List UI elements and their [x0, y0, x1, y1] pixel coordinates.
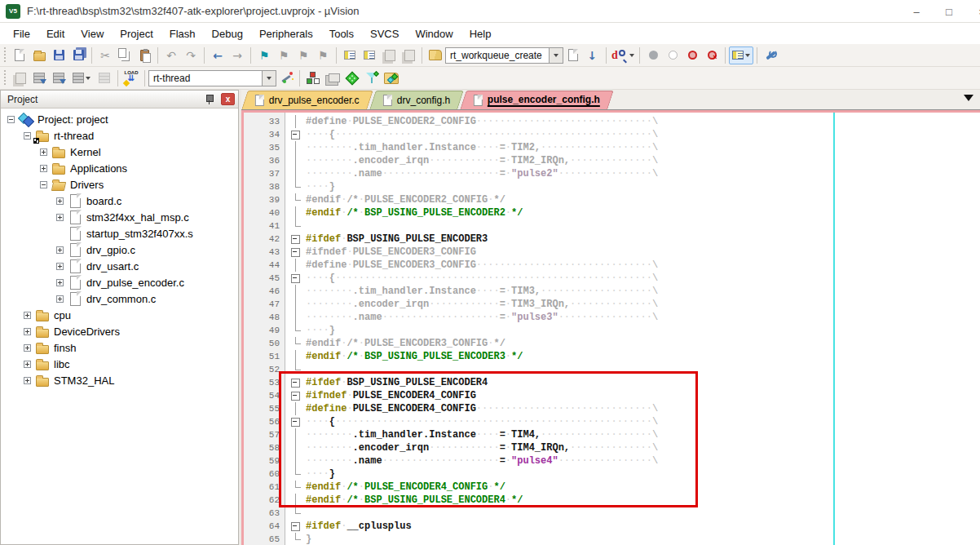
cut-button[interactable]: ✂ — [95, 46, 115, 65]
menu-project[interactable]: Project — [112, 24, 161, 43]
code-line[interactable]: 47········.encoder_irqn············=·TIM… — [244, 298, 980, 311]
line-number[interactable]: 51 — [244, 352, 286, 361]
tab-drv-config-h[interactable]: drv_config.h — [369, 91, 464, 109]
translate-button[interactable] — [10, 69, 29, 88]
tree-item-rt-thread[interactable]: rt-thread — [1, 127, 238, 144]
target-dropdown-button[interactable] — [263, 70, 276, 86]
tree-item-board-c[interactable]: board.c — [1, 193, 238, 209]
code-line[interactable]: 40#endif·/*·BSP_USING_PULSE_ENCODER2·*/ — [244, 206, 980, 219]
line-number[interactable]: 33 — [244, 117, 286, 126]
tree-item-drv-usart-c[interactable]: drv_usart.c — [1, 258, 238, 274]
tree-item-drv-gpio-c[interactable]: drv_gpio.c — [1, 241, 238, 258]
document-list-button[interactable] — [964, 95, 973, 101]
menu-flash[interactable]: Flash — [161, 24, 204, 43]
find-in-files-button[interactable] — [426, 46, 445, 65]
line-number[interactable]: 49 — [244, 326, 286, 335]
code-line[interactable]: 45····{·································… — [244, 272, 980, 285]
line-number[interactable]: 47 — [244, 299, 286, 309]
menu-file[interactable]: File — [5, 24, 38, 43]
expander-plus-icon[interactable] — [56, 197, 64, 205]
clear-bookmarks-button[interactable]: ⚑ — [313, 46, 333, 65]
menu-window[interactable]: Window — [407, 24, 461, 43]
expander-plus-icon[interactable] — [56, 263, 64, 270]
expander-minus-icon[interactable] — [24, 132, 31, 140]
undo-button[interactable]: ↶ — [161, 46, 181, 65]
toolbar-grip[interactable] — [2, 70, 7, 86]
tree-item-kernel[interactable]: Kernel — [1, 144, 238, 160]
file-extensions-button[interactable] — [323, 69, 342, 88]
copy-button[interactable] — [115, 46, 135, 65]
line-number[interactable]: 48 — [244, 312, 286, 322]
code-line[interactable]: 48········.name····················=·"pu… — [244, 311, 980, 324]
target-select[interactable]: rt-thread — [148, 70, 263, 86]
options-for-target-button[interactable] — [276, 69, 296, 88]
comment-button[interactable] — [379, 46, 399, 65]
tree-item-drivers[interactable]: Drivers — [1, 176, 238, 193]
menu-peripherals[interactable]: Peripherals — [251, 24, 321, 43]
build-button[interactable] — [29, 69, 49, 88]
expander-plus-icon[interactable] — [40, 148, 47, 156]
code-line[interactable]: 37········.name····················=·"pu… — [244, 167, 980, 180]
insert-breakpoint-button[interactable] — [643, 46, 663, 65]
line-number[interactable]: 63 — [244, 508, 286, 518]
tree-item-stm32f4xx-hal-msp-c[interactable]: stm32f4xx_hal_msp.c — [1, 209, 238, 225]
expander-plus-icon[interactable] — [24, 328, 31, 335]
manage-rte-button[interactable] — [342, 69, 362, 88]
tree-item-startup-stm32f407xx-s[interactable]: startup_stm32f407xx.s — [1, 225, 238, 241]
line-number[interactable]: 42 — [244, 234, 286, 244]
manage-project-items-button[interactable] — [303, 69, 323, 88]
line-number[interactable]: 65 — [244, 534, 286, 544]
code-line[interactable]: 65} — [244, 533, 980, 545]
tree-item-drv-common-c[interactable]: drv_common.c — [1, 290, 238, 307]
select-packs-button[interactable] — [362, 69, 382, 88]
code-line[interactable]: 38····} — [244, 180, 980, 193]
code-line[interactable]: 64#ifdef·__cplusplus — [244, 520, 980, 533]
tree-item-cpu[interactable]: cpu — [1, 307, 238, 323]
expander-minus-icon[interactable] — [40, 181, 47, 188]
line-number[interactable]: 34 — [244, 130, 286, 140]
fold-collapse-icon[interactable] — [286, 272, 306, 285]
line-number[interactable]: 43 — [244, 247, 286, 257]
tree-item-stm32-hal[interactable]: STM32_HAL — [1, 372, 238, 388]
expander-plus-icon[interactable] — [56, 246, 64, 254]
stop-build-button[interactable] — [95, 69, 114, 88]
tree-item-drv-pulse-encoder-c[interactable]: drv_pulse_encoder.c — [1, 274, 238, 290]
code-line[interactable]: 42#ifdef·BSP_USING_PULSE_ENCODER3 — [244, 233, 980, 246]
fold-collapse-icon[interactable] — [286, 128, 306, 141]
menu-debug[interactable]: Debug — [204, 24, 251, 43]
close-button[interactable]: × — [965, 0, 980, 23]
menu-view[interactable]: View — [73, 24, 112, 43]
rebuild-button[interactable] — [49, 69, 68, 88]
line-number[interactable]: 36 — [244, 156, 286, 166]
enable-breakpoint-button[interactable] — [663, 46, 682, 65]
pin-icon[interactable] — [205, 94, 214, 105]
tree-item-finsh[interactable]: finsh — [1, 339, 238, 356]
code-line[interactable]: 43#ifndef·PULSE_ENCODER3_CONFIG — [244, 246, 980, 259]
code-line[interactable]: 35········.tim_handler.Instance····=·TIM… — [244, 141, 980, 154]
menu-svcs[interactable]: SVCS — [362, 24, 407, 43]
tree-item-libc[interactable]: libc — [1, 356, 238, 372]
line-number[interactable]: 40 — [244, 208, 286, 218]
fold-collapse-icon[interactable] — [286, 246, 306, 259]
line-number[interactable]: 50 — [244, 339, 286, 348]
code-line[interactable]: 36········.encoder_irqn············=·TIM… — [244, 154, 980, 167]
find-in-documents-button[interactable] — [563, 46, 583, 65]
expander-plus-icon[interactable] — [24, 361, 31, 368]
tab-pulse-encoder-config-h[interactable]: pulse_encoder_config.h — [460, 91, 614, 109]
menu-help[interactable]: Help — [461, 24, 500, 43]
uncomment-button[interactable] — [399, 46, 418, 65]
line-number[interactable]: 44 — [244, 260, 286, 270]
code-line[interactable]: 41 — [244, 219, 980, 233]
save-button[interactable] — [49, 46, 68, 65]
outdent-button[interactable] — [360, 46, 379, 65]
indent-button[interactable] — [340, 46, 360, 65]
line-number[interactable]: 41 — [244, 221, 286, 231]
tab-drv-pulse-encoder-c[interactable]: drv_pulse_encoder.c — [241, 91, 373, 109]
expander-plus-icon[interactable] — [24, 312, 31, 319]
batch-build-button[interactable] — [68, 69, 95, 88]
save-all-button[interactable] — [68, 46, 88, 65]
line-number[interactable]: 64 — [244, 521, 286, 531]
debug-session-button[interactable]: d — [610, 46, 636, 65]
line-number[interactable]: 38 — [244, 182, 286, 192]
next-bookmark-button[interactable]: ⚑ — [294, 46, 313, 65]
